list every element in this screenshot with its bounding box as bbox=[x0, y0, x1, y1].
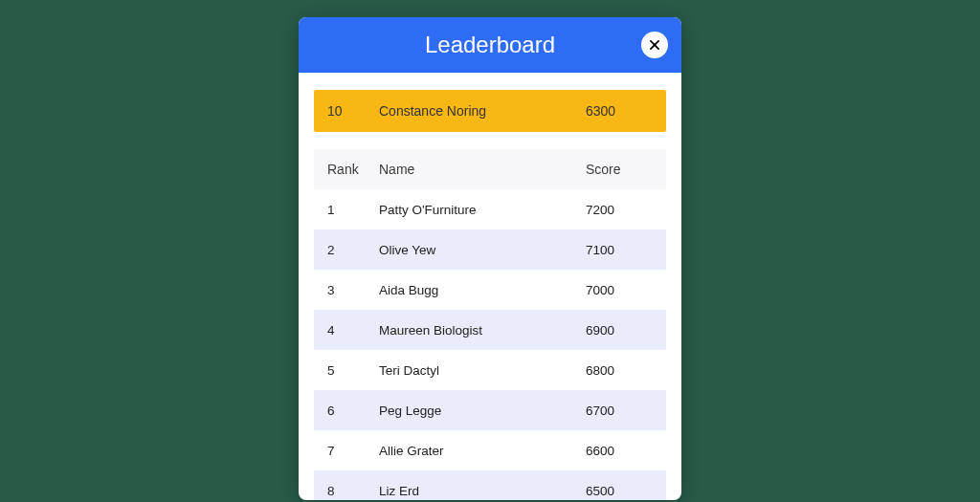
table-row: 4Maureen Biologist6900 bbox=[314, 310, 666, 350]
leaderboard-modal: Leaderboard 10 Constance Noring 6300 Ran… bbox=[299, 17, 681, 500]
cell-score: 6600 bbox=[586, 444, 653, 458]
table-row: 6Peg Legge6700 bbox=[314, 390, 666, 430]
cell-name: Liz Erd bbox=[379, 484, 586, 498]
cell-rank: 6 bbox=[327, 404, 379, 418]
cell-name: Peg Legge bbox=[379, 404, 586, 418]
cell-rank: 2 bbox=[327, 243, 379, 257]
close-icon bbox=[648, 38, 661, 52]
cell-score: 6700 bbox=[586, 404, 653, 418]
table-row: 1Patty O'Furniture7200 bbox=[314, 189, 666, 229]
cell-rank: 4 bbox=[327, 323, 379, 338]
cell-name: Aida Bugg bbox=[379, 283, 586, 297]
cell-rank: 7 bbox=[327, 444, 379, 458]
table-row: 2Olive Yew7100 bbox=[314, 229, 666, 270]
table-row: 7Allie Grater6600 bbox=[314, 430, 666, 470]
header-score: Score bbox=[586, 162, 653, 177]
cell-score: 6800 bbox=[586, 363, 653, 378]
cell-score: 7100 bbox=[586, 243, 653, 257]
table-header-row: Rank Name Score bbox=[314, 149, 666, 189]
highlight-name: Constance Noring bbox=[379, 103, 586, 119]
cell-score: 7000 bbox=[586, 283, 653, 297]
cell-rank: 8 bbox=[327, 484, 379, 498]
highlight-row: 10 Constance Noring 6300 bbox=[314, 90, 666, 132]
highlight-score: 6300 bbox=[586, 103, 653, 119]
cell-score: 6500 bbox=[586, 484, 653, 498]
modal-title: Leaderboard bbox=[425, 32, 555, 58]
header-name: Name bbox=[379, 162, 586, 177]
cell-rank: 3 bbox=[327, 283, 379, 297]
cell-score: 6900 bbox=[586, 323, 653, 338]
modal-body[interactable]: 10 Constance Noring 6300 Rank Name Score… bbox=[299, 73, 681, 500]
table-row: 8Liz Erd6500 bbox=[314, 470, 666, 500]
header-rank: Rank bbox=[327, 162, 379, 177]
cell-name: Maureen Biologist bbox=[379, 323, 586, 338]
cell-name: Olive Yew bbox=[379, 243, 586, 257]
modal-header: Leaderboard bbox=[299, 17, 681, 73]
table-body: 1Patty O'Furniture72002Olive Yew71003Aid… bbox=[314, 189, 666, 500]
cell-score: 7200 bbox=[586, 203, 653, 217]
cell-rank: 1 bbox=[327, 203, 379, 217]
highlight-rank: 10 bbox=[327, 103, 379, 119]
cell-name: Teri Dactyl bbox=[379, 363, 586, 378]
table-row: 5Teri Dactyl6800 bbox=[314, 350, 666, 390]
cell-rank: 5 bbox=[327, 363, 379, 378]
cell-name: Patty O'Furniture bbox=[379, 203, 586, 217]
table-row: 3Aida Bugg7000 bbox=[314, 270, 666, 310]
cell-name: Allie Grater bbox=[379, 444, 586, 458]
close-button[interactable] bbox=[641, 32, 668, 58]
